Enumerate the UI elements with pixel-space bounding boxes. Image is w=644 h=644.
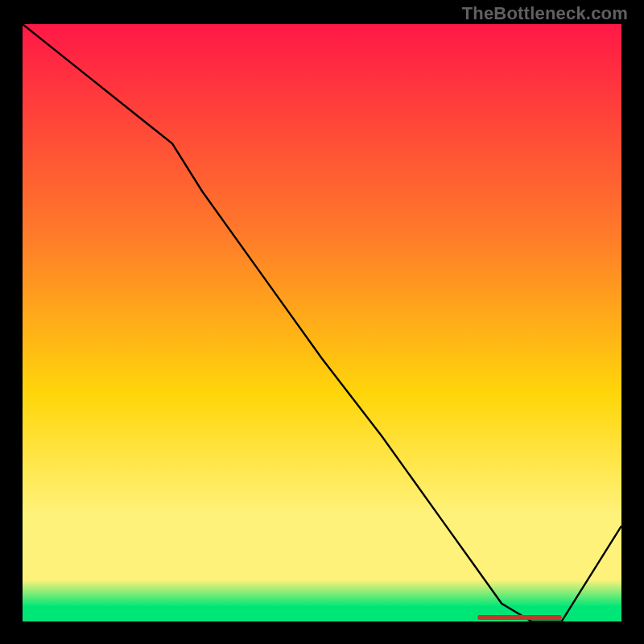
gradient-background	[23, 24, 621, 621]
chart-frame: TheBottleneck.com	[0, 0, 644, 644]
bottleneck-chart	[23, 24, 621, 621]
optimum-marker	[477, 615, 561, 620]
watermark-text: TheBottleneck.com	[462, 3, 628, 24]
plot-area	[23, 24, 621, 621]
